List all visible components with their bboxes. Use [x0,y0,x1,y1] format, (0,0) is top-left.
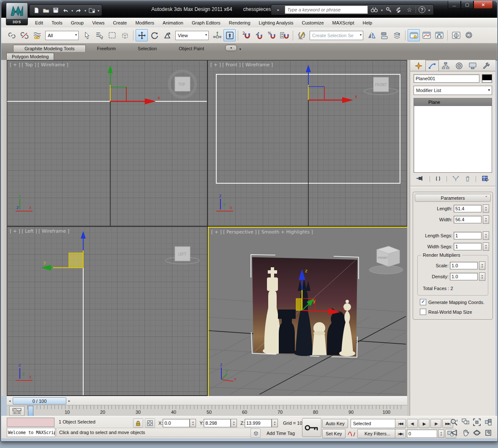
modifier-list-dropdown[interactable]: Modifier List [414,86,492,95]
ribbon-tab-object-paint[interactable]: Object Paint [168,45,215,52]
time-slider-left-arrow-icon[interactable]: ◂ [7,398,13,404]
menu-rendering[interactable]: Rendering [225,18,255,27]
menu-edit[interactable]: Edit [31,18,47,27]
width-field[interactable]: 56.4 [454,216,482,223]
zoom-icon[interactable]: ± [449,417,460,427]
ribbon-tab-freeform[interactable]: Freeform [86,45,127,52]
y-coordinate-spinner[interactable] [231,419,237,427]
menu-tools[interactable]: Tools [47,18,67,27]
width-spinner[interactable] [483,215,489,224]
current-frame-spinner[interactable] [438,429,444,438]
scale-field[interactable]: 1.0 [450,262,478,269]
menu-help[interactable]: Help [359,18,377,27]
go-to-start-icon[interactable]: |◀◀ [395,419,406,428]
open-file-icon[interactable] [42,6,50,14]
pan-hand-icon[interactable] [460,428,471,438]
qat-customize-icon[interactable] [97,8,99,13]
length-spinner[interactable] [483,204,489,213]
undo-icon[interactable] [61,6,70,14]
save-icon[interactable] [52,6,60,14]
maximize-viewport-toggle-icon[interactable] [483,428,494,438]
viewport-front[interactable]: [ + ] [ Front ] [ Wireframe ] x FRONT z … [208,60,407,226]
redo-dropdown-icon[interactable] [84,8,86,13]
width-segs-field[interactable]: 1 [454,243,482,250]
search-options-dropdown-icon[interactable] [381,7,383,12]
menu-customize[interactable]: Customize [298,18,328,27]
ribbon-minimize-button[interactable]: ▼ [225,45,237,51]
add-time-tag-text[interactable]: Add Time Tag [267,431,295,436]
select-and-manipulate-icon[interactable] [223,29,236,41]
snap-toggle-2d-icon[interactable]: 2 [240,29,253,41]
maximize-button[interactable] [461,1,474,9]
menu-modifiers[interactable]: Modifiers [131,18,158,27]
material-editor-icon[interactable] [450,29,462,41]
density-spinner[interactable] [479,272,485,281]
key-filters-button[interactable]: Key Filters... [357,429,398,438]
length-segs-spinner[interactable] [483,231,489,240]
scale-spinner[interactable] [479,261,485,270]
tab-modify-icon[interactable] [425,60,439,71]
unlink-selection-icon[interactable] [18,29,30,41]
set-key-button[interactable]: Set Key [322,429,346,438]
select-and-rotate-icon[interactable] [148,29,161,41]
x-coordinate-field[interactable]: 0.0 [163,419,190,427]
viewport-left-label[interactable]: [ + ] [ Left ] [ Wireframe ] [10,228,69,234]
align-icon[interactable] [378,29,390,41]
make-unique-icon[interactable] [452,176,459,182]
viewport-perspective[interactable]: [ + ] [ Perspective ] [ Smooth + Highlig… [208,227,408,397]
spinner-snap-toggle-icon[interactable] [278,29,291,41]
redo-icon[interactable] [74,6,83,14]
z-coordinate-field[interactable]: 13.999 [245,419,272,427]
orbit-icon[interactable] [471,428,482,438]
real-world-map-size-checkbox[interactable] [420,309,426,315]
tab-create-icon[interactable] [412,61,425,71]
tab-hierarchy-icon[interactable] [439,61,452,71]
configure-modifier-sets-icon[interactable] [482,175,490,182]
set-keys-curve-icon[interactable] [348,430,355,437]
reference-coordinate-dropdown[interactable]: View [175,31,209,40]
width-segs-spinner[interactable] [483,242,489,251]
binoculars-search-icon[interactable] [370,6,378,14]
tab-motion-icon[interactable] [452,61,466,71]
schematic-view-icon[interactable] [433,29,445,41]
infocenter-collapse-icon[interactable]: ▸ [275,6,282,14]
select-by-name-icon[interactable] [93,29,106,41]
play-animation-icon[interactable]: ▶ [419,419,430,428]
x-coordinate-spinner[interactable] [190,419,196,427]
select-object-icon[interactable] [81,29,93,41]
length-field[interactable]: 51.4 [454,205,482,212]
menu-animation[interactable]: Animation [158,18,188,27]
mirror-icon[interactable] [365,29,378,41]
menu-group[interactable]: Group [67,18,88,27]
favorites-star-icon[interactable]: ☆ [405,6,413,14]
toggle-key-mode-button[interactable] [302,418,321,437]
zoom-all-icon[interactable] [460,417,471,427]
track-bar-ruler[interactable]: 0 10 20 30 40 50 60 70 80 90 100 [27,405,404,416]
viewport-top-label[interactable]: [ + ] [ Top ] [ Wireframe ] [10,62,68,68]
viewport-perspective-label[interactable]: [ + ] [ Perspective ] [ Smooth + Highlig… [211,229,313,235]
object-color-swatch[interactable] [482,74,492,83]
zoom-extents-all-icon[interactable] [483,417,494,427]
window-crossing-toggle-icon[interactable] [119,29,131,41]
previous-frame-icon[interactable]: ◀|| [407,419,418,428]
ribbon-tab-selection[interactable]: Selection [127,45,168,52]
show-end-result-icon[interactable] [435,176,441,182]
curve-editor-icon[interactable] [420,29,433,41]
named-selection-sets-icon[interactable]: {}ABC [295,29,308,41]
render-setup-icon[interactable] [463,29,475,41]
search-input[interactable] [285,5,368,14]
tab-display-icon[interactable] [466,61,479,71]
help-dropdown-icon[interactable] [428,7,430,12]
menu-graph-editors[interactable]: Graph Editors [188,18,225,27]
rectangular-selection-region-icon[interactable] [106,29,118,41]
generate-mapping-coords-checkbox[interactable] [420,299,426,305]
menu-lighting-analysis[interactable]: Lighting Analysis [255,18,298,27]
field-of-view-icon[interactable] [449,428,460,438]
menu-create[interactable]: Create [109,18,131,27]
viewport-front-label[interactable]: [ + ] [ Front ] [ Wireframe ] [210,62,273,68]
graphite-ribbon-toggle-icon[interactable] [408,29,420,41]
angle-snap-toggle-icon[interactable] [253,29,265,41]
time-slider-right-arrow-icon[interactable]: ▸ [66,398,72,404]
named-selection-dropdown[interactable]: Create Selection Se [310,31,363,40]
ribbon-minimize-dropdown-icon[interactable]: ▼ [239,48,242,51]
